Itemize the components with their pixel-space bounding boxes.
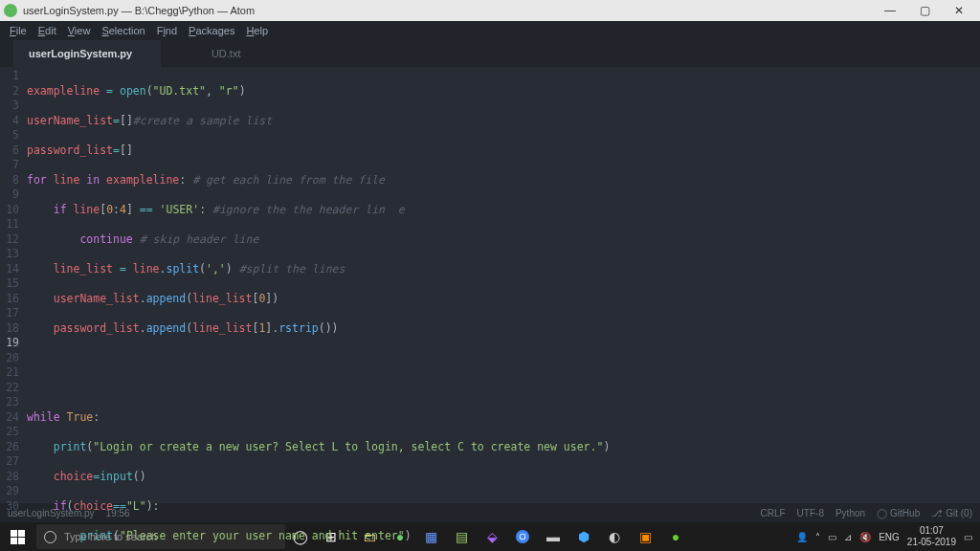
close-button[interactable]: ✕ — [942, 4, 976, 17]
menu-help[interactable]: Help — [240, 25, 274, 36]
menu-file[interactable]: File — [4, 25, 33, 36]
tab-userloginsystem[interactable]: userLoginSystem.py — [13, 40, 161, 67]
atom-app-icon — [4, 4, 17, 17]
menu-selection[interactable]: Selection — [96, 25, 150, 36]
menu-edit[interactable]: Edit — [33, 25, 62, 36]
windows-logo-icon — [11, 530, 25, 544]
menu-view[interactable]: View — [62, 25, 97, 36]
tab-bar: userLoginSystem.py UD.txt — [0, 40, 980, 67]
code-content[interactable]: exampleline = open("UD.txt", "r") userNa… — [27, 67, 980, 503]
tab-udtxt[interactable]: UD.txt — [161, 40, 304, 67]
maximize-button[interactable]: ▢ — [907, 4, 942, 17]
window-controls: — ▢ ✕ — [873, 4, 976, 17]
window-title-bar: userLoginSystem.py — B:\Chegg\Python — A… — [0, 0, 980, 21]
menu-bar: File Edit View Selection Find Packages H… — [0, 21, 980, 40]
editor[interactable]: 1234567891011121314151617181920212223242… — [0, 67, 980, 503]
minimize-button[interactable]: — — [873, 4, 907, 17]
line-gutter: 1234567891011121314151617181920212223242… — [0, 67, 27, 503]
menu-find[interactable]: Find — [151, 25, 183, 36]
menu-packages[interactable]: Packages — [183, 25, 240, 36]
window-title: userLoginSystem.py — B:\Chegg\Python — A… — [23, 5, 873, 16]
